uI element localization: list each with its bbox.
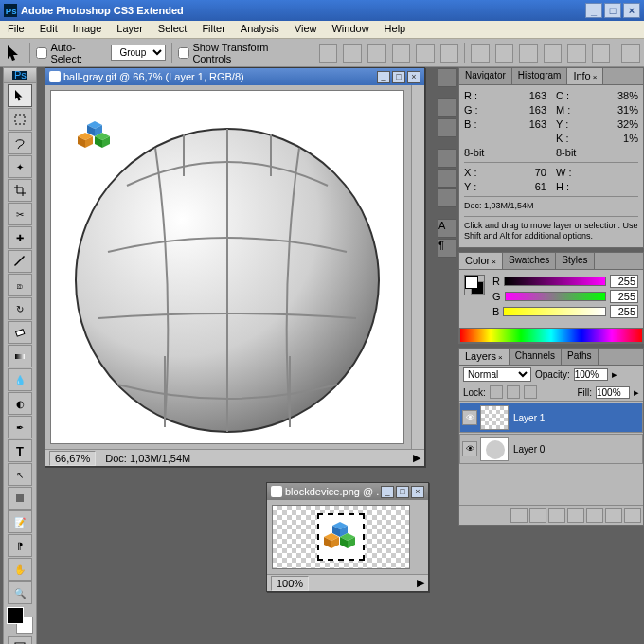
- tab-layers[interactable]: Layers×: [459, 349, 510, 365]
- path-tool[interactable]: ↖: [8, 463, 32, 486]
- layer-style-icon[interactable]: [529, 508, 546, 523]
- g-value[interactable]: 255: [610, 290, 638, 303]
- layer-name[interactable]: Layer 0: [513, 444, 640, 455]
- doc-maximize-button[interactable]: □: [392, 71, 405, 83]
- notes-tool[interactable]: 📝: [8, 510, 32, 533]
- history-brush-tool[interactable]: ↻: [8, 297, 32, 320]
- tab-info[interactable]: Info×: [567, 68, 603, 84]
- group-icon[interactable]: [586, 508, 603, 523]
- gradient-tool[interactable]: [8, 345, 32, 367]
- hand-tool[interactable]: ✋: [8, 558, 32, 581]
- b-value[interactable]: 255: [610, 305, 638, 318]
- color-swatches[interactable]: [7, 607, 33, 634]
- menu-help[interactable]: Help: [377, 21, 414, 38]
- minimize-button[interactable]: _: [585, 3, 602, 18]
- layer-row[interactable]: 👁 Layer 1: [459, 402, 643, 433]
- zoom-tool[interactable]: 🔍: [8, 581, 32, 604]
- brush-tool[interactable]: [8, 250, 32, 273]
- layer-row[interactable]: 👁 Layer 0: [459, 434, 643, 464]
- menu-layer[interactable]: Layer: [109, 21, 151, 38]
- doc-minimize-button[interactable]: _: [377, 71, 390, 83]
- distribute-icon[interactable]: [519, 44, 538, 63]
- lock-all-icon[interactable]: [524, 385, 537, 399]
- color-spectrum[interactable]: [459, 328, 643, 343]
- r-value[interactable]: 255: [610, 275, 638, 288]
- paragraph-icon[interactable]: ¶: [438, 239, 456, 258]
- menu-filter[interactable]: Filter: [194, 21, 232, 38]
- close-button[interactable]: ×: [623, 3, 640, 18]
- show-transform-checkbox[interactable]: Show Transform Controls: [178, 42, 307, 64]
- menu-image[interactable]: Image: [65, 21, 110, 38]
- marquee-tool[interactable]: [8, 108, 32, 131]
- align-top-icon[interactable]: [319, 44, 338, 63]
- delete-layer-icon[interactable]: [624, 508, 641, 523]
- distribute-icon[interactable]: [495, 44, 514, 63]
- workspace-button[interactable]: [621, 44, 640, 63]
- move-tool[interactable]: [8, 84, 32, 107]
- menu-select[interactable]: Select: [151, 21, 195, 38]
- layer-thumbnail[interactable]: [480, 437, 509, 461]
- tab-color[interactable]: Color×: [459, 253, 503, 269]
- lock-position-icon[interactable]: [507, 385, 520, 399]
- eraser-tool[interactable]: [8, 321, 32, 344]
- dodge-tool[interactable]: ◐: [8, 392, 32, 415]
- maximize-button[interactable]: □: [604, 3, 621, 18]
- character-icon[interactable]: A: [438, 219, 456, 238]
- menu-analysis[interactable]: Analysis: [233, 21, 287, 38]
- fill-input[interactable]: [596, 386, 630, 399]
- opacity-arrow-icon[interactable]: ▸: [612, 368, 617, 381]
- zoom-readout[interactable]: 100%: [271, 576, 309, 591]
- brushes-icon[interactable]: [438, 149, 456, 168]
- distribute-icon[interactable]: [471, 44, 490, 63]
- align-bottom-icon[interactable]: [367, 44, 386, 63]
- b-slider[interactable]: [503, 307, 606, 316]
- doc-maximize-button[interactable]: □: [396, 486, 409, 498]
- visibility-toggle[interactable]: 👁: [462, 441, 477, 456]
- g-slider[interactable]: [505, 292, 606, 301]
- crop-tool[interactable]: [8, 179, 32, 202]
- doc-close-button[interactable]: ×: [407, 71, 420, 83]
- history-icon[interactable]: [438, 98, 456, 117]
- fill-arrow-icon[interactable]: ▸: [634, 386, 639, 399]
- lock-pixels-icon[interactable]: [490, 385, 503, 399]
- menu-view[interactable]: View: [287, 21, 325, 38]
- tab-histogram[interactable]: Histogram: [512, 68, 568, 84]
- adjustment-layer-icon[interactable]: [567, 508, 584, 523]
- tool-presets-icon[interactable]: [438, 188, 456, 207]
- actions-icon[interactable]: [438, 118, 456, 137]
- clone-icon[interactable]: [438, 169, 456, 188]
- align-right-icon[interactable]: [440, 44, 459, 63]
- menu-file[interactable]: File: [0, 21, 32, 38]
- shape-tool[interactable]: [8, 487, 32, 510]
- pen-tool[interactable]: ✒: [8, 416, 32, 438]
- canvas-area[interactable]: [273, 506, 409, 568]
- auto-select-group[interactable]: Group: [111, 45, 166, 61]
- align-left-icon[interactable]: [392, 44, 411, 63]
- menu-window[interactable]: Window: [324, 21, 376, 38]
- new-layer-icon[interactable]: [605, 508, 622, 523]
- doc-minimize-button[interactable]: _: [381, 486, 394, 498]
- heal-tool[interactable]: ✚: [8, 226, 32, 249]
- r-slider[interactable]: [504, 277, 606, 286]
- align-vcenter-icon[interactable]: [343, 44, 362, 63]
- dock-icon[interactable]: [438, 68, 456, 87]
- distribute-icon[interactable]: [592, 44, 611, 63]
- wand-tool[interactable]: ✦: [8, 155, 32, 178]
- status-arrow-icon[interactable]: ▶: [417, 577, 424, 589]
- quickmask-tool[interactable]: [8, 636, 32, 644]
- align-hcenter-icon[interactable]: [416, 44, 435, 63]
- tab-navigator[interactable]: Navigator: [459, 68, 512, 84]
- link-layers-icon[interactable]: [510, 508, 528, 523]
- tab-swatches[interactable]: Swatches: [503, 253, 556, 269]
- status-arrow-icon[interactable]: ▶: [413, 452, 420, 464]
- visibility-toggle[interactable]: 👁: [462, 410, 477, 425]
- blend-mode-select[interactable]: Normal: [463, 367, 531, 382]
- opacity-input[interactable]: [574, 368, 608, 381]
- eyedropper-tool[interactable]: ⁋: [8, 534, 32, 557]
- canvas-area[interactable]: [51, 91, 403, 443]
- zoom-readout[interactable]: 66,67%: [49, 451, 96, 466]
- layer-name[interactable]: Layer 1: [513, 413, 640, 423]
- distribute-icon[interactable]: [567, 44, 586, 63]
- layer-mask-icon[interactable]: [548, 508, 565, 523]
- tab-styles[interactable]: Styles: [556, 253, 594, 269]
